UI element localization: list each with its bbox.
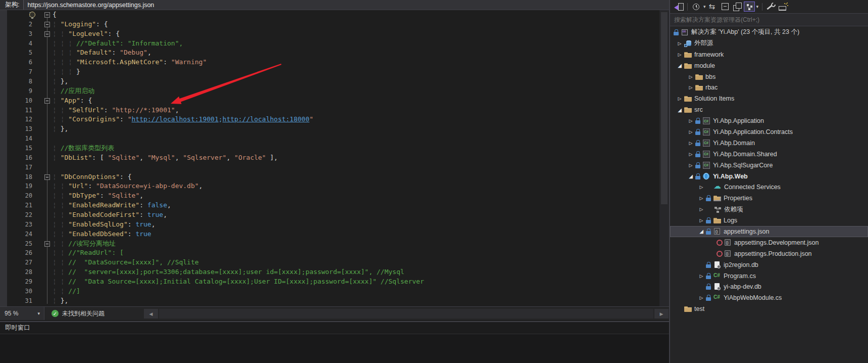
tree-item-label: Yi.Abp.Application — [713, 117, 764, 124]
code-token: , — [199, 182, 203, 190]
expander-expanded-icon[interactable]: ◢ — [687, 173, 695, 179]
tree-item[interactable]: yi-abp-dev.db — [670, 281, 868, 292]
fold-margin — [32, 144, 53, 153]
code-line: 7¦ ¦ ¦ } — [0, 67, 659, 77]
expander-collapsed-icon[interactable]: ▷ — [687, 129, 695, 134]
code-line: 31¦ }, — [0, 296, 659, 306]
expander-expanded-icon[interactable]: ◢ — [676, 63, 684, 68]
horizontal-scrollbar-thumb[interactable] — [159, 309, 653, 319]
expander-expanded-icon[interactable]: ◢ — [697, 229, 705, 234]
lightbulb-icon[interactable] — [29, 12, 35, 18]
tree-item[interactable]: ▷YiAbpWebModule.cs — [670, 292, 868, 303]
editor-vertical-scrollbar[interactable] — [659, 10, 669, 306]
expander-collapsed-icon[interactable]: ▷ — [697, 196, 705, 201]
expander-collapsed-icon[interactable]: ▷ — [687, 141, 695, 146]
code-link[interactable]: http://localhost:19001 — [132, 115, 219, 123]
tree-item[interactable]: ◢Yi.Abp.Web — [670, 171, 868, 182]
line-number: 4 — [0, 39, 32, 49]
fold-margin — [32, 124, 53, 134]
code-line: 18¦ "DbConnOptions": { — [0, 172, 659, 182]
code-link[interactable]: http://localhost:18000 — [223, 115, 310, 123]
tree-item[interactable]: ▷Yi.Abp.Application — [670, 115, 868, 126]
code-token: , — [147, 49, 151, 56]
expander-collapsed-icon[interactable]: ▷ — [697, 274, 705, 279]
line-number: 5 — [0, 48, 32, 58]
expander-expanded-icon[interactable]: ◢ — [676, 107, 684, 113]
code-line: 23¦ ¦ "EnabledSqlLog": true, — [0, 220, 659, 230]
tree-item[interactable]: appsettings.Development.json — [670, 237, 868, 248]
zoom-selector[interactable]: 95 % ▾ — [0, 307, 44, 320]
tree-item[interactable]: 解决方案 'Yi.Abp' (23 个项目, 共 23 个) — [670, 27, 868, 38]
tree-item[interactable]: ip2region.db — [670, 259, 868, 270]
tree-item[interactable]: ▷Yi.Abp.Domain.Shared — [670, 149, 868, 160]
expander-collapsed-icon[interactable]: ▷ — [697, 185, 705, 190]
code-line: 3¦ ¦ "LogLevel": { — [0, 29, 659, 39]
expander-collapsed-icon[interactable]: ▷ — [687, 118, 695, 123]
code-text: ¦ ¦ "DbType": "Sqlite", — [53, 191, 659, 201]
scroll-left-arrow-icon[interactable]: ◀ — [144, 309, 158, 319]
show-all-files-icon[interactable] — [732, 2, 743, 12]
immediate-window-body[interactable] — [0, 334, 669, 363]
fold-toggle[interactable] — [44, 174, 50, 180]
tree-item-label: Solution Items — [694, 95, 734, 102]
tree-item[interactable]: ▷Yi.Abp.Domain — [670, 138, 868, 149]
schema-url-combo[interactable]: https://json.schemastore.org/appsettings… — [23, 0, 669, 10]
scroll-right-arrow-icon[interactable]: ▶ — [654, 309, 669, 319]
tree-item[interactable]: ▷Yi.Abp.SqlSugarCore — [670, 160, 868, 171]
switch-views-icon[interactable] — [673, 2, 684, 12]
solution-search-input[interactable] — [670, 16, 868, 24]
csharp-project-icon — [702, 117, 711, 125]
track-active-item-icon[interactable] — [744, 2, 755, 12]
tree-item[interactable]: ◢module — [670, 60, 868, 71]
tree-item-label: Yi.Abp.SqlSugarCore — [713, 162, 773, 169]
sync-with-active-document-icon[interactable] — [707, 2, 719, 12]
tree-item[interactable]: ▷Yi.Abp.Application.Contracts — [670, 126, 868, 138]
expander-collapsed-icon[interactable]: ▷ — [676, 96, 684, 101]
tree-item[interactable]: test — [670, 303, 868, 314]
expander-collapsed-icon[interactable]: ▷ — [676, 41, 684, 46]
expander-collapsed-icon[interactable]: ▷ — [697, 295, 705, 300]
expander-collapsed-icon[interactable]: ▷ — [687, 152, 695, 157]
tree-item-selected[interactable]: ◢appsettings.json — [670, 226, 868, 237]
expander-collapsed-icon[interactable]: ▷ — [687, 85, 695, 90]
fold-toggle[interactable] — [44, 98, 50, 104]
expander-collapsed-icon[interactable]: ▷ — [697, 207, 705, 212]
tree-item[interactable]: ▷Connected Services — [670, 182, 868, 193]
code-line: 30¦ ¦ //] — [0, 287, 659, 296]
tree-item[interactable]: ▷外部源 — [670, 38, 868, 49]
tree-item[interactable]: ▷依赖项 — [670, 204, 868, 215]
code-token: ¦ ¦ — [53, 230, 68, 238]
track-active-item-dropdown-icon[interactable]: ▾ — [756, 4, 759, 9]
pending-changes-filter-icon[interactable] — [691, 2, 702, 12]
code-token: "Oracle" — [234, 154, 266, 161]
expander-collapsed-icon[interactable]: ▷ — [676, 52, 684, 57]
tree-item[interactable]: ▷framework — [670, 49, 868, 60]
lock-icon — [705, 283, 712, 291]
fold-toggle[interactable] — [44, 12, 50, 18]
fold-toggle[interactable] — [44, 31, 50, 37]
pending-changes-filter-dropdown-icon[interactable]: ▾ — [703, 4, 706, 9]
tree-item[interactable]: ▷rbac — [670, 82, 868, 93]
properties-icon[interactable] — [765, 2, 777, 12]
csharp-project-icon — [702, 161, 711, 169]
fold-toggle[interactable] — [44, 241, 50, 247]
tree-item[interactable]: ▷Solution Items — [670, 93, 868, 104]
expander-collapsed-icon[interactable]: ▷ — [687, 163, 695, 168]
tree-item[interactable]: ▷Logs — [670, 215, 868, 226]
expander-collapsed-icon[interactable]: ▷ — [697, 218, 705, 223]
line-number: 14 — [0, 134, 32, 144]
expander-collapsed-icon[interactable]: ▷ — [687, 74, 695, 79]
tree-item[interactable]: appsettings.Production.json — [670, 248, 868, 259]
code-line: 2¦ "Logging": { — [0, 20, 659, 29]
tree-item[interactable]: ◢src — [670, 104, 868, 115]
code-area[interactable]: 1{2¦ "Logging": {3¦ ¦ "LogLevel": {4¦ ¦ … — [0, 10, 659, 307]
tree-item-label: 依赖项 — [724, 205, 743, 214]
tree-item[interactable]: ▷Properties — [670, 193, 868, 204]
fold-toggle[interactable] — [44, 22, 50, 27]
code-text: ¦ ¦ // "Data Source=[xxxx];Initial Catal… — [53, 277, 659, 287]
tree-item[interactable]: ▷Program.cs — [670, 270, 868, 282]
code-token: true — [135, 220, 151, 228]
collapse-all-icon[interactable] — [720, 2, 731, 12]
tree-item[interactable]: ▷bbs — [670, 71, 868, 82]
preview-code-icon[interactable] — [778, 2, 789, 12]
